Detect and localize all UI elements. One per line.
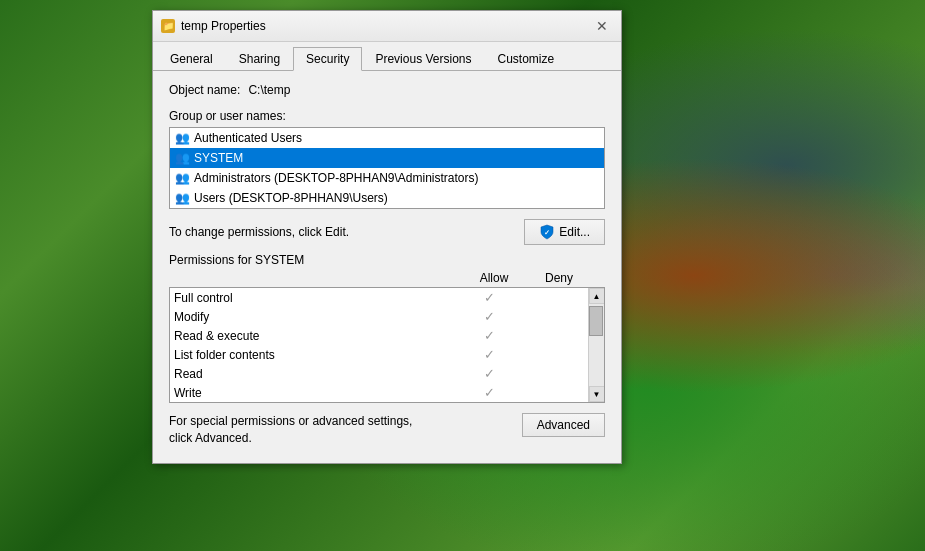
shield-edit-icon: ✓	[539, 224, 555, 240]
group-name-users: Users (DESKTOP-8PHHAN9\Users)	[194, 191, 388, 205]
user-icon-authenticated: 👥	[174, 130, 190, 146]
permissions-section-label: Permissions for SYSTEM	[169, 253, 605, 267]
perm-allow-read: ✓	[454, 366, 524, 381]
folder-icon: 📁	[161, 19, 175, 33]
perm-allow-full-control: ✓	[454, 290, 524, 305]
tabs-bar: General Sharing Security Previous Versio…	[153, 42, 621, 71]
perm-name-read-execute: Read & execute	[174, 329, 454, 343]
dialog-title: temp Properties	[181, 19, 266, 33]
tab-sharing[interactable]: Sharing	[226, 47, 293, 71]
tab-general[interactable]: General	[157, 47, 226, 71]
tab-customize[interactable]: Customize	[484, 47, 567, 71]
perm-row-write: Write ✓	[170, 383, 604, 402]
permissions-table: Full control ✓ Modify ✓ Read & execute ✓	[169, 287, 605, 403]
svg-text:✓: ✓	[544, 229, 550, 236]
group-label: Group or user names:	[169, 109, 605, 123]
permissions-note-text: To change permissions, click Edit.	[169, 225, 349, 239]
perm-row-modify: Modify ✓	[170, 307, 604, 326]
scroll-up-arrow[interactable]: ▲	[589, 288, 605, 304]
perm-row-list-folder: List folder contents ✓	[170, 345, 604, 364]
permissions-note-row: To change permissions, click Edit. ✓ Edi…	[169, 219, 605, 245]
advanced-button[interactable]: Advanced	[522, 413, 605, 437]
perm-allow-write: ✓	[454, 385, 524, 400]
perm-name-read: Read	[174, 367, 454, 381]
group-list: 👥 Authenticated Users 👥 SYSTEM 👥 Adminis…	[169, 127, 605, 209]
scroll-down-arrow[interactable]: ▼	[589, 386, 605, 402]
group-name-authenticated: Authenticated Users	[194, 131, 302, 145]
perm-row-read-execute: Read & execute ✓	[170, 326, 604, 345]
object-name-label: Object name:	[169, 83, 240, 97]
perm-allow-list-folder: ✓	[454, 347, 524, 362]
group-item-authenticated-users[interactable]: 👥 Authenticated Users	[170, 128, 604, 148]
permissions-table-inner[interactable]: Full control ✓ Modify ✓ Read & execute ✓	[170, 288, 604, 402]
close-button[interactable]: ✕	[591, 17, 613, 35]
perm-header-allow: Allow	[459, 271, 529, 285]
perm-name-full-control: Full control	[174, 291, 454, 305]
perm-header-name	[169, 271, 459, 285]
title-bar: 📁 temp Properties ✕	[153, 11, 621, 42]
perm-name-write: Write	[174, 386, 454, 400]
group-name-system: SYSTEM	[194, 151, 243, 165]
group-item-system[interactable]: 👥 SYSTEM	[170, 148, 604, 168]
tab-previous-versions[interactable]: Previous Versions	[362, 47, 484, 71]
group-name-administrators: Administrators (DESKTOP-8PHHAN9\Administ…	[194, 171, 479, 185]
perm-name-modify: Modify	[174, 310, 454, 324]
perm-allow-read-execute: ✓	[454, 328, 524, 343]
edit-button-label: Edit...	[559, 225, 590, 239]
permissions-scrollbar[interactable]: ▲ ▼	[588, 288, 604, 402]
perm-row-read: Read ✓	[170, 364, 604, 383]
scroll-track	[589, 304, 604, 386]
advanced-row: For special permissions or advanced sett…	[169, 413, 605, 447]
advanced-button-label: Advanced	[537, 418, 590, 432]
group-item-users[interactable]: 👥 Users (DESKTOP-8PHHAN9\Users)	[170, 188, 604, 208]
advanced-note-line1: For special permissions or advanced sett…	[169, 414, 412, 428]
scroll-thumb	[589, 306, 603, 336]
group-item-administrators[interactable]: 👥 Administrators (DESKTOP-8PHHAN9\Admini…	[170, 168, 604, 188]
advanced-note: For special permissions or advanced sett…	[169, 413, 514, 447]
tab-security[interactable]: Security	[293, 47, 362, 71]
user-icon-system: 👥	[174, 150, 190, 166]
permissions-header: Allow Deny	[169, 271, 605, 285]
tab-content: Object name: C:\temp Group or user names…	[153, 71, 621, 463]
perm-header-deny: Deny	[529, 271, 589, 285]
edit-button[interactable]: ✓ Edit...	[524, 219, 605, 245]
advanced-note-line2: click Advanced.	[169, 431, 252, 445]
title-bar-left: 📁 temp Properties	[161, 19, 266, 33]
object-name-value: C:\temp	[248, 83, 290, 97]
perm-allow-modify: ✓	[454, 309, 524, 324]
perm-name-list-folder: List folder contents	[174, 348, 454, 362]
user-icon-administrators: 👥	[174, 170, 190, 186]
perm-row-full-control: Full control ✓	[170, 288, 604, 307]
dialog-window: 📁 temp Properties ✕ General Sharing Secu…	[152, 10, 622, 464]
object-name-row: Object name: C:\temp	[169, 83, 605, 97]
user-icon-users: 👥	[174, 190, 190, 206]
